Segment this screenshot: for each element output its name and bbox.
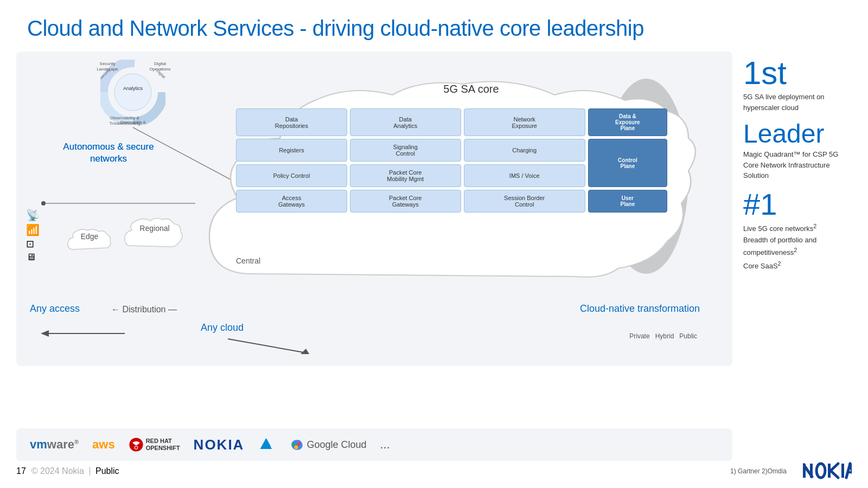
- footer-copyright: © 2024 Nokia: [31, 466, 84, 476]
- hybrid-label: Hybrid: [655, 332, 674, 340]
- stat2-block: Leader Magic Quadrant™ for CSP 5G Core N…: [743, 121, 852, 181]
- cell-control-plane: ControlPlane: [588, 139, 667, 187]
- digital-ops-label: Digital Operations: [146, 61, 174, 72]
- cell-access-gw: AccessGateways: [236, 190, 347, 213]
- cell-registers: Registers: [236, 139, 347, 162]
- cell-network-exposure: NetworkExposure: [464, 108, 585, 136]
- logos-bar: vmware® aws RED HATOPENSHIFT NOKIA: [16, 428, 732, 461]
- distribution-label: ← Distribution —: [111, 305, 177, 314]
- central-label: Central: [236, 256, 260, 265]
- more-logos: ...: [380, 438, 390, 452]
- footer: 17 © 2024 Nokia Public 1) Gartner 2)Omdi…: [16, 461, 852, 480]
- footer-classification: Public: [95, 466, 119, 476]
- right-panel: 1st 5G SA live deployment on hyperscaler…: [743, 52, 852, 366]
- svg-line-28: [831, 464, 838, 471]
- svg-point-3: [114, 74, 151, 111]
- diagram-container: Analytics Security Digital Observability…: [16, 52, 732, 366]
- svg-point-10: [41, 201, 46, 206]
- aws-logo: aws: [92, 438, 115, 452]
- edge-cloud: Edge: [65, 225, 114, 257]
- nokia-logo-bar: NOKIA: [194, 436, 245, 453]
- stat3-line3: Core SaaS2: [743, 259, 852, 272]
- observability-label: Observability & Troubleshooting: [103, 115, 146, 126]
- regional-cloud: Regional: [122, 214, 187, 254]
- stat3-number: #1: [743, 189, 852, 220]
- svg-text:Analytics: Analytics: [123, 86, 143, 91]
- footnotes: 1) Gartner 2)Omdia: [730, 467, 787, 475]
- svg-point-22: [295, 440, 298, 444]
- stat3-line2: Breadth of portfolio and competitiveness…: [743, 235, 852, 259]
- cell-packet-core-gw: Packet CoreGateways: [350, 190, 461, 213]
- stat3-lines: Live 5G core networks2 Breadth of portfo…: [743, 222, 852, 272]
- svg-point-17: [135, 446, 138, 450]
- cell-packet-core-mobility: Packet CoreMobility Mgmt: [350, 164, 461, 187]
- any-cloud-label: Any cloud: [201, 322, 244, 333]
- core-grid: DataRepositories DataAnalytics NetworkEx…: [233, 106, 670, 215]
- stat3-block: #1 Live 5G core networks2 Breadth of por…: [743, 189, 852, 272]
- svg-line-29: [831, 471, 838, 478]
- vmware-logo: vmware®: [30, 438, 79, 452]
- access-icons: 📡 📶 ⊡ 🖥: [26, 209, 40, 263]
- cloud-native-label: Cloud-native transformation: [580, 303, 700, 314]
- cloud-shape: 5G SA core DataRepositories DataAnalytic…: [195, 68, 703, 290]
- redhat-logo: RED HATOPENSHIFT: [129, 437, 180, 452]
- svg-rect-30: [841, 464, 844, 478]
- google-cloud-logo: Google Cloud: [289, 437, 366, 452]
- cell-data-analytics: DataAnalytics: [350, 108, 461, 136]
- page-title: Cloud and Network Services - driving clo…: [0, 0, 868, 52]
- stat1-desc: 5G SA live deployment on hyperscaler clo…: [743, 92, 852, 113]
- footer-left: 17 © 2024 Nokia Public: [16, 466, 119, 476]
- cell-user-plane: UserPlane: [588, 190, 667, 213]
- stat1-number: 1st: [743, 57, 852, 89]
- cell-signaling: SignalingControl: [350, 139, 461, 162]
- cell-policy-control: Policy Control: [236, 164, 347, 187]
- footer-right: 1) Gartner 2)Omdia: [730, 461, 852, 480]
- deployment-labels: Private Hybrid Public: [629, 332, 697, 340]
- slide-number: 17: [16, 466, 26, 476]
- edge-label: Edge: [81, 232, 99, 241]
- svg-marker-12: [41, 330, 49, 337]
- content-area: Analytics Security Digital Observability…: [0, 52, 868, 366]
- regional-label: Regional: [139, 224, 169, 233]
- cell-ims-voice: IMS / Voice: [464, 164, 585, 187]
- auto-label2: Autonomous & securenetworks: [46, 141, 171, 165]
- stat2-desc: Magic Quadrant™ for CSP 5G Core Network …: [743, 149, 852, 181]
- stat1-block: 1st 5G SA live deployment on hyperscaler…: [743, 57, 852, 113]
- stat3-line1: Live 5G core networks2: [743, 222, 852, 235]
- cell-data-plane: Data &ExposurePlane: [588, 108, 667, 136]
- any-access-label: Any access: [30, 303, 80, 314]
- cell-session-border: Session BorderControl: [464, 190, 585, 213]
- nokia-footer-logo: [803, 461, 852, 480]
- core-title: 5G SA core: [443, 83, 499, 95]
- svg-marker-14: [301, 349, 309, 354]
- stat2-number: Leader: [743, 121, 852, 147]
- svg-line-32: [850, 464, 852, 478]
- cell-charging: Charging: [464, 139, 585, 162]
- azure-logo: [258, 435, 275, 454]
- svg-point-21: [295, 445, 298, 449]
- svg-rect-25: [810, 464, 813, 478]
- private-label: Private: [629, 332, 649, 340]
- footer-divider: [90, 467, 90, 476]
- security-label: Security Landscape: [97, 61, 118, 72]
- public-label: Public: [679, 332, 697, 340]
- svg-line-13: [228, 339, 304, 352]
- svg-point-26: [816, 464, 825, 478]
- cell-data-repo: DataRepositories: [236, 108, 347, 136]
